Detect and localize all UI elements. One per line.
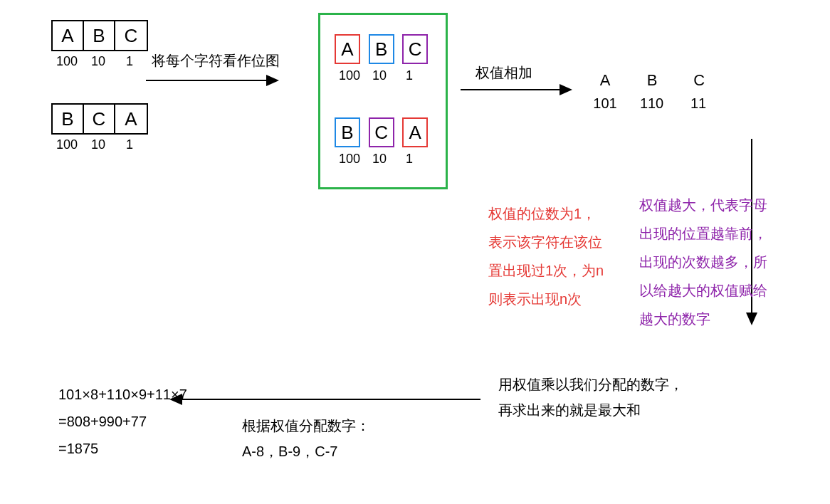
line: =1875 [58,435,187,462]
val: 1 [114,54,145,69]
val: 1 [114,137,145,152]
bitmap-row-1: A B C 100 10 1 [335,34,432,83]
line: 101×8+110×9+11×7 [58,381,187,408]
line: =808+990+77 [58,408,187,435]
cell: C [115,21,147,50]
input-box-2: B C A 100 10 1 [51,103,148,152]
val: 10 [364,152,394,167]
arrow-left [171,399,480,400]
line: 再求出来的就是最大和 [498,397,683,423]
triple-box: B C A [51,103,148,135]
line: 出现的位置越靠前， [639,219,789,248]
input-box-1: A B C 100 10 1 [51,20,148,69]
weight: 110 [631,95,673,112]
cell-A-red: A [335,34,360,64]
line: 以给越大的权值赋给 [639,276,789,305]
cell: B [84,21,115,50]
bitmap-row-2: B C A 100 10 1 [335,117,432,167]
step4-description: 用权值乘以我们分配的数字， 再求出来的就是最大和 [498,372,683,423]
weight: 101 [584,95,626,112]
assignment-text: 根据权值分配数字： A-8，B-9，C-7 [242,413,370,464]
label-sum-weights: 权值相加 [476,63,532,83]
cell-C-purple: C [402,34,428,64]
letter: A [584,71,626,90]
val: 1 [394,152,424,167]
position-values: 100 10 1 [335,152,432,167]
val: 100 [51,137,83,152]
val: 1 [394,68,424,83]
val: 100 [51,54,83,69]
position-values: 100 10 1 [335,68,432,83]
cell: B [53,105,84,133]
label-treat-as-bitmap: 将每个字符看作位图 [152,51,280,70]
line: 出现的次数越多，所 [639,248,789,276]
colored-cells: B C A [335,117,432,147]
val: 10 [364,68,394,83]
letter: B [631,71,673,90]
colored-cells: A B C [335,34,432,64]
line: 则表示出现n次 [488,285,624,313]
cell-A-red: A [402,117,428,147]
triple-box: A B C [51,20,148,51]
val: 10 [83,54,114,69]
note-purple: 权值越大，代表字母 出现的位置越靠前， 出现的次数越多，所 以给越大的权值赋给 … [639,191,789,333]
cell: C [84,105,115,133]
line: 根据权值分配数字： [242,413,370,439]
val: 100 [335,68,364,83]
weight: 11 [677,95,720,112]
line: 置出现过1次，为n [488,256,624,285]
weight-results: A B C 101 110 11 [584,71,720,112]
line: 用权值乘以我们分配的数字， [498,372,683,397]
weight-row: 101 110 11 [584,95,720,112]
line: 表示该字符在该位 [488,228,624,256]
line: 权值越大，代表字母 [639,191,789,219]
letter-row: A B C [584,71,720,90]
cell: A [115,105,147,133]
note-red: 权值的位数为1， 表示该字符在该位 置出现过1次，为n 则表示出现n次 [488,199,624,313]
line: 越大的数字 [639,305,789,333]
calculation: 101×8+110×9+11×7 =808+990+77 =1875 [58,381,187,462]
position-values: 100 10 1 [51,54,148,69]
arrow-right-1 [146,80,278,81]
line: 权值的位数为1， [488,199,624,228]
line: A-8，B-9，C-7 [242,439,370,464]
arrow-right-2 [461,89,571,90]
letter: C [678,71,720,90]
val: 10 [83,137,114,152]
cell: A [53,21,84,50]
cell-B-blue: B [369,34,394,64]
position-values: 100 10 1 [51,137,148,152]
cell-C-purple: C [369,117,394,147]
val: 100 [335,152,364,167]
cell-B-blue: B [335,117,360,147]
